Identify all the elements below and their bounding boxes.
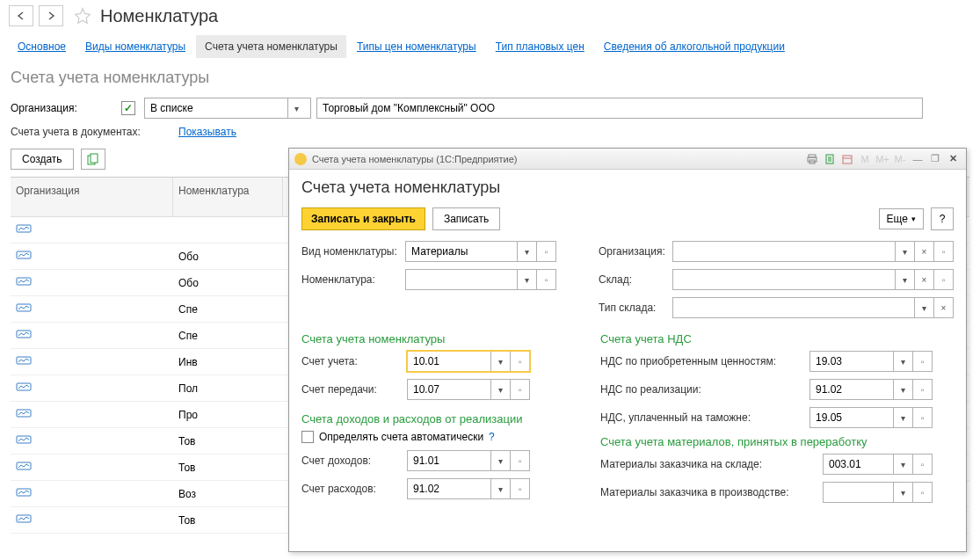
th-nomen[interactable]: Номенклатура <box>173 178 283 216</box>
favorite-star-icon[interactable] <box>74 7 91 25</box>
dialog-title: Счета учета номенклатуры (1С:Предприятие… <box>312 154 799 164</box>
open-icon[interactable]: ▫ <box>912 483 932 502</box>
dropdown-icon[interactable]: ▾ <box>893 483 912 502</box>
open-icon[interactable]: ▫ <box>912 455 932 474</box>
vat-purch-input[interactable] <box>810 352 893 371</box>
maximize-icon[interactable]: ❐ <box>927 151 943 167</box>
dropdown-icon[interactable]: ▾ <box>490 451 510 470</box>
nomen-input[interactable] <box>406 270 517 289</box>
group1-title: Счета учета номенклатуры <box>301 332 583 345</box>
income-input[interactable] <box>408 451 490 470</box>
open-icon[interactable]: ▫ <box>536 270 555 289</box>
save-close-button[interactable]: Записать и закрыть <box>301 207 425 230</box>
clear-icon[interactable]: × <box>914 242 933 261</box>
dropdown-icon[interactable]: ▾ <box>893 352 912 371</box>
dropdown-icon[interactable]: ▾ <box>895 242 914 261</box>
org-input[interactable] <box>673 242 895 261</box>
calendar-icon[interactable] <box>839 151 855 167</box>
dropdown-icon[interactable]: ▾ <box>490 479 510 498</box>
record-icon <box>16 223 32 234</box>
tab-kinds[interactable]: Виды номенклатуры <box>76 35 194 58</box>
print-icon[interactable] <box>804 151 820 167</box>
nav-back-button[interactable] <box>9 5 33 26</box>
dropdown-icon[interactable]: ▾ <box>895 270 914 289</box>
cell-nomen: Про <box>173 405 283 425</box>
open-icon[interactable]: ▫ <box>912 380 932 399</box>
dropdown-icon[interactable]: ▾ <box>914 298 933 317</box>
copy-button[interactable] <box>81 149 105 170</box>
help-button[interactable]: ? <box>931 207 954 230</box>
cell-nomen: Тов <box>173 511 283 530</box>
lbl-mat-prod: Материалы заказчика в производстве: <box>600 486 816 498</box>
record-icon <box>16 513 32 524</box>
minimize-icon[interactable]: — <box>910 151 926 167</box>
vat-sale-input[interactable] <box>810 380 893 399</box>
clear-icon[interactable]: × <box>914 270 933 289</box>
more-button[interactable]: Еще▾ <box>879 208 924 229</box>
open-icon[interactable]: ▫ <box>933 270 953 289</box>
nav-forward-button[interactable] <box>39 5 63 26</box>
filter-inlist-input[interactable] <box>145 98 287 118</box>
tab-alcohol-info[interactable]: Сведения об алкогольной продукции <box>595 35 794 58</box>
acc-input[interactable] <box>408 352 490 371</box>
save-button[interactable]: Записать <box>432 207 500 230</box>
tab-main[interactable]: Основное <box>9 35 75 58</box>
open-icon[interactable]: ▫ <box>510 479 529 498</box>
open-icon[interactable]: ▫ <box>536 242 555 261</box>
open-icon[interactable]: ▫ <box>510 352 529 371</box>
expense-input[interactable] <box>408 479 490 498</box>
cell-nomen: Тов <box>173 458 283 477</box>
filter-docaccounts-link[interactable]: Показывать <box>178 126 236 138</box>
calc-icon[interactable] <box>822 151 838 167</box>
lbl-warehouse: Склад: <box>599 273 667 286</box>
lbl-income: Счет доходов: <box>301 455 400 467</box>
tab-bar: Основное Виды номенклатуры Счета учета н… <box>0 32 980 58</box>
clear-icon[interactable]: × <box>933 298 953 317</box>
dropdown-icon[interactable]: ▾ <box>893 455 912 474</box>
dropdown-icon[interactable]: ▾ <box>287 98 305 118</box>
m-minus-button[interactable]: M- <box>892 151 908 167</box>
auto-help-icon[interactable]: ? <box>489 431 495 443</box>
app-1c-icon <box>294 153 307 165</box>
filter-org-checkbox[interactable] <box>121 101 135 115</box>
mat-prod-input[interactable] <box>824 483 893 502</box>
record-icon <box>16 329 32 339</box>
section-title: Счета учета номенклатуры <box>0 58 980 94</box>
record-icon <box>16 461 32 471</box>
tab-price-types[interactable]: Типы цен номенклатуры <box>348 35 485 58</box>
create-button[interactable]: Создать <box>11 149 74 170</box>
lbl-vat-purch: НДС по приобретенным ценностям: <box>600 355 802 367</box>
kind-input[interactable] <box>406 242 517 261</box>
record-icon <box>16 302 32 313</box>
tab-accounts[interactable]: Счета учета номенклатуры <box>196 35 346 58</box>
vat-customs-input[interactable] <box>810 408 893 427</box>
page-title: Номенклатура <box>100 6 218 26</box>
m-plus-button[interactable]: M+ <box>875 151 890 167</box>
cell-nomen: Инв <box>173 353 283 372</box>
th-org[interactable]: Организация <box>11 178 173 216</box>
dropdown-icon[interactable]: ▾ <box>893 380 912 399</box>
whtype-input[interactable] <box>673 298 914 317</box>
mat-stock-input[interactable] <box>824 455 893 474</box>
dropdown-icon[interactable]: ▾ <box>517 242 536 261</box>
auto-checkbox[interactable] <box>301 431 314 443</box>
warehouse-input[interactable] <box>673 270 895 289</box>
lbl-expense: Счет расходов: <box>301 483 400 495</box>
m-button[interactable]: M <box>857 151 873 167</box>
open-icon[interactable]: ▫ <box>912 352 932 371</box>
tab-plan-price-type[interactable]: Тип плановых цен <box>487 35 593 58</box>
trans-input[interactable] <box>408 380 490 399</box>
dropdown-icon[interactable]: ▾ <box>517 270 536 289</box>
dropdown-icon[interactable]: ▾ <box>490 352 510 371</box>
dropdown-icon[interactable]: ▾ <box>490 380 510 399</box>
open-icon[interactable]: ▫ <box>933 242 953 261</box>
open-icon[interactable]: ▫ <box>510 380 529 399</box>
open-icon[interactable]: ▫ <box>912 408 932 427</box>
filter-org-value-input[interactable] <box>317 98 922 118</box>
open-icon[interactable]: ▫ <box>510 451 529 470</box>
close-icon[interactable]: ✕ <box>945 151 961 167</box>
accounts-dialog: Счета учета номенклатуры (1С:Предприятие… <box>288 148 967 552</box>
record-icon <box>16 487 32 498</box>
group2-title: Счета учета НДС <box>600 332 954 345</box>
dropdown-icon[interactable]: ▾ <box>893 408 912 427</box>
